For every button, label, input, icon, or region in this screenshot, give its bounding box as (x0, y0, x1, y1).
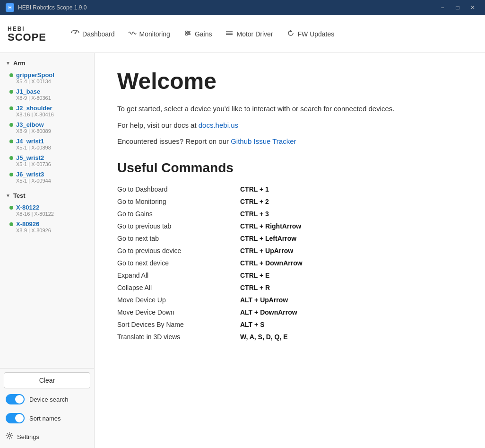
device-name-j3-elbow: J3_elbow (9, 121, 88, 128)
nav-dashboard-label: Dashboard (82, 30, 115, 38)
motor-driver-icon (225, 30, 234, 38)
logo: HEBI SCOPE (8, 26, 46, 43)
device-j2-shoulder[interactable]: J2_shoulder X8-16 | X-80416 (0, 103, 94, 119)
device-j4-wrist1[interactable]: J4_wrist1 X5-1 | X-00898 (0, 136, 94, 152)
command-row: Go to MonitoringCTRL + 2 (117, 195, 462, 208)
command-row: Go to next tabCTRL + LeftArrow (117, 232, 462, 245)
command-shortcut: CTRL + 2 (240, 195, 462, 208)
device-sub-j5-wrist2: X5-1 | X-00736 (9, 161, 88, 167)
device-dot-j6-wrist3 (9, 173, 13, 176)
nav-motor-driver[interactable]: Motor Driver (219, 27, 278, 41)
device-gripperspool[interactable]: gripperSpool X5-4 | X-00134 (0, 70, 94, 86)
command-shortcut: ALT + UpArrow (240, 294, 462, 306)
group-test-label: Test (13, 192, 26, 199)
device-dot-j2-shoulder (9, 106, 13, 110)
close-button[interactable]: ✕ (466, 3, 479, 12)
svg-point-11 (9, 435, 11, 437)
nav-fw-updates-label: FW Updates (298, 30, 335, 38)
command-action: Translate in 3D views (117, 331, 240, 343)
nav: Dashboard Monitoring Gains Motor Driver (65, 27, 340, 41)
sort-names-toggle[interactable] (6, 413, 25, 423)
group-arm[interactable]: ▼ Arm (0, 57, 94, 70)
device-name-gripperspool: gripperSpool (9, 71, 88, 79)
issues-text-prefix: Encountered issues? Report on our (117, 137, 231, 145)
device-name-j2-shoulder: J2_shoulder (9, 105, 88, 112)
docs-link[interactable]: docs.hebi.us (199, 121, 238, 129)
titlebar-title: HEBI Robotics Scope 1.9.0 (18, 4, 87, 11)
github-link[interactable]: Github Issue Tracker (231, 137, 296, 145)
welcome-title: Welcome (117, 68, 462, 94)
clear-button[interactable]: Clear (4, 372, 90, 388)
app-icon: H (6, 3, 14, 12)
device-j6-wrist3[interactable]: J6_wrist3 X5-1 | X-00944 (0, 169, 94, 185)
sort-names-row: Sort names (4, 410, 90, 426)
command-shortcut: W, A, S, D, Q, E (240, 331, 462, 343)
nav-motor-driver-label: Motor Driver (236, 30, 273, 38)
svg-rect-5 (188, 32, 190, 34)
command-shortcut: ALT + DownArrow (240, 306, 462, 318)
device-j3-elbow[interactable]: J3_elbow X8-9 | X-80089 (0, 119, 94, 136)
device-sub-x80122: X8-16 | X-80122 (9, 211, 88, 217)
device-dot-j5-wrist2 (9, 156, 13, 160)
fw-updates-icon (286, 30, 295, 38)
command-row: Move Device UpALT + UpArrow (117, 294, 462, 306)
device-sub-j1-base: X8-9 | X-80361 (9, 95, 88, 101)
gains-icon (183, 30, 192, 38)
group-arm-arrow: ▼ (6, 61, 10, 66)
group-arm-label: Arm (13, 60, 26, 67)
device-dot-x80122 (9, 206, 13, 210)
device-name-x80926: X-80926 (9, 220, 88, 228)
nav-fw-updates[interactable]: FW Updates (281, 27, 340, 41)
svg-point-0 (75, 32, 76, 34)
device-sub-j6-wrist3: X5-1 | X-00944 (9, 178, 88, 184)
nav-monitoring[interactable]: Monitoring (122, 27, 176, 41)
command-action: Expand All (117, 269, 240, 281)
settings-label: Settings (17, 433, 39, 440)
command-shortcut: CTRL + 3 (240, 208, 462, 220)
titlebar-left: H HEBI Robotics Scope 1.9.0 (6, 3, 87, 12)
group-test[interactable]: ▼ Test (0, 189, 94, 202)
content-area: Welcome To get started, select a device … (95, 53, 485, 448)
intro-text: To get started, select a device you'd li… (117, 104, 462, 114)
device-dot-j4-wrist1 (9, 140, 13, 143)
logo-scope: SCOPE (8, 32, 46, 43)
command-row: Move Device DownALT + DownArrow (117, 306, 462, 318)
nav-gains[interactable]: Gains (178, 27, 218, 41)
device-j1-base[interactable]: J1_base X8-9 | X-80361 (0, 86, 94, 103)
device-search-toggle[interactable] (6, 394, 25, 404)
command-shortcut: CTRL + E (240, 269, 462, 281)
app-container: HEBI SCOPE Dashboard Monitoring Gains (0, 15, 485, 448)
sort-names-label: Sort names (29, 415, 61, 422)
command-shortcut: CTRL + LeftArrow (240, 232, 462, 245)
device-x80122[interactable]: X-80122 X8-16 | X-80122 (0, 202, 94, 219)
nav-monitoring-label: Monitoring (139, 30, 170, 38)
device-sub-j4-wrist1: X5-1 | X-00898 (9, 145, 88, 150)
nav-dashboard[interactable]: Dashboard (65, 27, 121, 41)
device-sub-x80926: X8-9 | X-80926 (9, 228, 88, 233)
nav-gains-label: Gains (195, 30, 212, 38)
command-action: Move Device Up (117, 294, 240, 306)
monitoring-icon (128, 30, 137, 38)
command-action: Sort Devices By Name (117, 318, 240, 331)
command-row: Go to DashboardCTRL + 1 (117, 183, 462, 195)
device-sub-gripperspool: X5-4 | X-00134 (9, 79, 88, 84)
command-shortcut: CTRL + RightArrow (240, 220, 462, 232)
group-test-arrow: ▼ (6, 193, 10, 198)
command-action: Go to Gains (117, 208, 240, 220)
minimize-button[interactable]: − (436, 3, 449, 12)
device-dot-x80926 (9, 222, 13, 226)
settings-row[interactable]: Settings (4, 429, 90, 444)
maximize-button[interactable]: □ (451, 3, 464, 12)
device-j5-wrist2[interactable]: J5_wrist2 X5-1 | X-00736 (0, 152, 94, 169)
command-action: Go to next device (117, 257, 240, 269)
titlebar: H HEBI Robotics Scope 1.9.0 − □ ✕ (0, 0, 485, 15)
command-action: Collapse All (117, 281, 240, 294)
help-text: For help, visit our docs at docs.hebi.us (117, 120, 462, 131)
command-action: Move Device Down (117, 306, 240, 318)
sidebar-controls: Clear Device search Sort names (0, 368, 94, 448)
device-x80926[interactable]: X-80926 X8-9 | X-80926 (0, 219, 94, 235)
command-action: Go to previous device (117, 245, 240, 257)
command-row: Go to next deviceCTRL + DownArrow (117, 257, 462, 269)
command-shortcut: ALT + S (240, 318, 462, 331)
device-sub-j2-shoulder: X8-16 | X-80416 (9, 112, 88, 117)
